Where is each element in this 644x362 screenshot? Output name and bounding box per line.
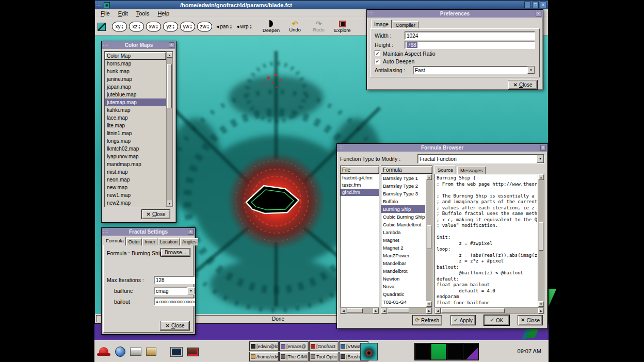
formula-item[interactable]: Lambda bbox=[381, 228, 425, 236]
file-item[interactable]: fractint-g4.frm bbox=[341, 174, 379, 182]
scrollbar-trough[interactable] bbox=[538, 180, 544, 301]
tab-outer[interactable]: Outer bbox=[126, 238, 142, 245]
workspace-button-3[interactable] bbox=[447, 343, 462, 360]
scroll-right-icon[interactable]: ▶ bbox=[426, 308, 432, 314]
scrollbar-thumb[interactable] bbox=[388, 308, 409, 313]
spinner-icon[interactable]: ▲▼ bbox=[138, 24, 141, 29]
axis-button-yz[interactable]: yz▲▼ bbox=[163, 22, 178, 31]
printer-icon[interactable] bbox=[130, 348, 141, 356]
formula-item[interactable]: Quadratic bbox=[381, 290, 425, 298]
colormap-item[interactable]: horns.map bbox=[105, 60, 166, 68]
menu-edit[interactable]: Edit bbox=[114, 10, 132, 17]
formula-item[interactable]: Cubic Mandelbrot bbox=[381, 221, 425, 228]
scrollbar-trough[interactable] bbox=[441, 308, 538, 314]
close-button[interactable]: ✕ Close bbox=[508, 80, 538, 90]
menu-file[interactable]: File bbox=[96, 10, 114, 17]
browse-button[interactable]: Browse... bbox=[160, 248, 190, 257]
close-button[interactable]: ✕ Close bbox=[518, 315, 543, 325]
terminal-launcher-icon[interactable] bbox=[170, 347, 183, 357]
tab-angles[interactable]: Angles bbox=[180, 238, 199, 245]
function-type-select[interactable]: Fractal Function ▼ bbox=[417, 154, 544, 163]
tab-image[interactable]: Image bbox=[371, 20, 392, 28]
colormap-item[interactable]: kahki.map bbox=[105, 106, 166, 114]
close-window-icon[interactable]: × bbox=[540, 2, 546, 8]
spinner-icon[interactable]: ▲▼ bbox=[121, 24, 124, 29]
dropdown-icon[interactable]: ▼ bbox=[187, 287, 195, 294]
formula-item[interactable]: Barnsley Type 1 bbox=[381, 174, 425, 182]
file-item[interactable]: testx.frm bbox=[341, 182, 379, 189]
colormap-item[interactable]: longs.map bbox=[105, 137, 166, 145]
formula-source-text[interactable]: Burning Ship { ; From the web page http:… bbox=[434, 174, 538, 307]
task-button[interactable]: [edwin@lc bbox=[249, 341, 279, 351]
spinner-icon[interactable]: ▲▼ bbox=[172, 24, 175, 29]
formula-item[interactable]: T02-01-G4 bbox=[381, 298, 425, 306]
formula-item[interactable]: Mandelbrot bbox=[381, 267, 425, 275]
screenshot-tool-icon[interactable] bbox=[187, 348, 199, 356]
task-button[interactable]: /home/edw bbox=[249, 352, 279, 361]
maintain-aspect-checkbox[interactable]: ✓ Maintain Aspect Ratio bbox=[375, 50, 535, 57]
spinner-icon[interactable]: ▲▼ bbox=[207, 24, 210, 29]
dropdown-icon[interactable]: ▼ bbox=[527, 67, 535, 74]
scroll-right-icon[interactable]: ▶ bbox=[538, 308, 544, 314]
width-input[interactable]: 1024 bbox=[405, 31, 535, 40]
axis-button-yw[interactable]: yw▲▼ bbox=[180, 22, 195, 31]
scroll-down-icon[interactable]: ▼ bbox=[426, 301, 432, 307]
tab-messages[interactable]: Messages bbox=[457, 167, 486, 174]
scroll-up-icon[interactable]: ▲ bbox=[538, 174, 544, 180]
tab-inner[interactable]: Inner bbox=[142, 238, 157, 245]
preferences-titlebar[interactable]: ∷∷ Preferences × bbox=[367, 10, 543, 18]
formula-item[interactable]: Mandelbar bbox=[381, 259, 425, 267]
tab-formula[interactable]: Formula bbox=[104, 237, 126, 245]
vertical-scrollbar[interactable]: ▲ ▼ bbox=[166, 52, 173, 207]
window-menu-icon[interactable] bbox=[104, 2, 110, 8]
explore-button[interactable]: Explore bbox=[332, 19, 353, 35]
scrollbar-thumb[interactable] bbox=[441, 308, 505, 313]
tab-source[interactable]: Source bbox=[434, 165, 456, 174]
menu-help[interactable]: Help bbox=[153, 10, 173, 17]
scrollbar-trough[interactable] bbox=[346, 308, 373, 314]
web-browser-icon[interactable] bbox=[115, 347, 125, 357]
formula-item[interactable]: Barnsley Type 3 bbox=[381, 190, 425, 198]
scroll-right-icon[interactable]: ▶ bbox=[373, 308, 379, 314]
maximize-icon[interactable]: □ bbox=[532, 2, 539, 8]
spinner-icon[interactable]: ▲▼ bbox=[230, 24, 232, 29]
close-button[interactable]: ✕ Close bbox=[141, 209, 170, 219]
colormap-item[interactable]: mandmap.map bbox=[105, 160, 166, 168]
formula-item[interactable]: Nova bbox=[381, 283, 425, 290]
horizontal-scrollbar[interactable]: ◀ ▶ bbox=[434, 307, 544, 314]
workspace-button-4[interactable] bbox=[463, 343, 478, 360]
color-maps-titlebar[interactable]: ∷∷ Color Maps × bbox=[102, 41, 176, 49]
auto-deepen-checkbox[interactable]: ✓ Auto Deepen bbox=[375, 58, 535, 65]
tab-compiler[interactable]: Compiler bbox=[393, 21, 418, 28]
formula-item[interactable]: ManZPower bbox=[381, 252, 425, 259]
formula-item-selected[interactable]: Burning Ship bbox=[381, 205, 425, 213]
close-window-icon[interactable]: × bbox=[540, 145, 546, 151]
horizontal-scrollbar[interactable]: ◀ ▶ bbox=[381, 307, 432, 314]
scrollbar-thumb[interactable] bbox=[167, 64, 172, 108]
bailout-input[interactable]: 4.00000000000000000 bbox=[154, 298, 195, 306]
refresh-button[interactable]: ⟳ Refresh bbox=[412, 315, 442, 325]
colormap-item-selected[interactable]: jutemap.map bbox=[105, 98, 166, 106]
colormap-item[interactable]: janine.map bbox=[105, 75, 166, 83]
scroll-down-icon[interactable]: ▼ bbox=[538, 301, 544, 307]
undo-button[interactable]: ↶ Undo bbox=[284, 19, 306, 35]
spinner-icon[interactable]: ▲▼ bbox=[156, 24, 158, 29]
task-button[interactable]: Tool Optic bbox=[309, 352, 339, 361]
colormap-item[interactable]: litnin1.map bbox=[105, 129, 166, 137]
scroll-left-icon[interactable]: ◀ bbox=[381, 308, 387, 314]
dropdown-icon[interactable]: ▼ bbox=[537, 155, 544, 163]
fractal-thumbnail[interactable] bbox=[360, 343, 378, 360]
scrollbar-thumb[interactable] bbox=[427, 225, 431, 249]
formula-browser-titlebar[interactable]: ∷∷ Formula Browser × bbox=[337, 144, 548, 152]
colormap-item[interactable]: neon.map bbox=[105, 176, 166, 184]
workspace-button-2[interactable] bbox=[431, 343, 446, 360]
close-window-icon[interactable]: × bbox=[188, 229, 194, 235]
height-input[interactable]: 768 bbox=[405, 41, 535, 49]
menu-tools[interactable]: Tools bbox=[132, 10, 154, 17]
axis-button-xz[interactable]: xz▲▼ bbox=[129, 22, 144, 31]
colormap-item[interactable]: lkmtch02.map bbox=[105, 145, 166, 153]
tab-location[interactable]: Location bbox=[158, 238, 180, 245]
minimize-icon[interactable]: _ bbox=[524, 2, 531, 8]
scrollbar-thumb[interactable] bbox=[539, 222, 543, 251]
package-icon[interactable] bbox=[146, 348, 156, 356]
